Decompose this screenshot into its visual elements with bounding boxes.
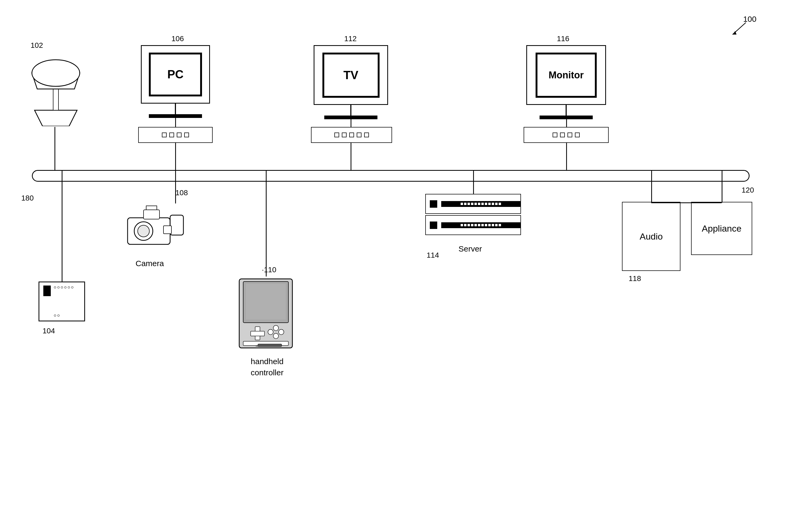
server-label: Server [459, 244, 482, 253]
svg-rect-17 [251, 331, 264, 336]
ref-118-label: 118 [629, 274, 641, 283]
appliance-box: Appliance [691, 202, 752, 255]
monitor-box [524, 127, 609, 143]
ref-104-label: 104 [42, 327, 55, 335]
svg-marker-2 [35, 110, 77, 126]
svg-rect-23 [258, 344, 282, 347]
svg-point-5 [32, 60, 80, 86]
svg-point-21 [268, 329, 273, 335]
svg-point-8 [138, 225, 149, 237]
ref-108-label: 108 [175, 189, 188, 197]
ref-100-arrow [727, 20, 748, 39]
diagram-container: 100 180 102 PC 106 [0, 0, 795, 532]
svg-rect-9 [144, 210, 160, 219]
connector-pc-box [175, 114, 176, 127]
svg-rect-11 [146, 206, 157, 210]
connector-tv-box [351, 116, 351, 127]
pc-104-box [39, 282, 85, 321]
connector-monitor-box [566, 116, 567, 127]
ref-180-label: 180 [21, 194, 34, 203]
camera-label: Camera [135, 259, 164, 268]
server-device [425, 194, 521, 235]
handheld-icon [237, 276, 298, 353]
pc-box [138, 127, 212, 143]
connector-audio-bus [651, 170, 652, 203]
tv-box [311, 127, 392, 143]
ref-114-label: 114 [427, 251, 439, 260]
ref-102-label: 102 [31, 41, 43, 50]
ref-116-label: 116 [557, 35, 569, 43]
svg-point-18 [273, 325, 279, 331]
connector-server-bus [473, 170, 474, 194]
camera-icon [122, 202, 197, 255]
ref-110-label: ·110 [262, 266, 276, 274]
svg-rect-10 [170, 215, 183, 235]
tv-monitor-device: TV [314, 45, 388, 119]
connector-104-bus [62, 170, 62, 282]
connector-appliance-bus [722, 170, 722, 203]
svg-point-20 [273, 333, 279, 339]
connector-102-bus [55, 127, 55, 170]
svg-point-19 [279, 329, 284, 335]
connector-tv-bus [351, 143, 351, 170]
svg-rect-12 [164, 226, 171, 234]
network-bus [32, 170, 750, 182]
audio-box: Audio [622, 202, 681, 271]
ref-120-label: 120 [742, 186, 754, 194]
svg-rect-15 [246, 284, 286, 320]
telephone-icon [26, 52, 85, 126]
connector-audio-appliance-h [651, 203, 722, 203]
svg-rect-3 [53, 89, 58, 110]
connector-monitor-bus [566, 143, 567, 170]
connector-handheld-bus [266, 170, 266, 277]
ref-106-label: 106 [171, 35, 184, 43]
handheld-label: handheld controller [237, 356, 298, 378]
ref-112-label: 112 [344, 35, 357, 43]
connector-pc-bus [175, 143, 176, 170]
connector-camera-bus [175, 170, 176, 204]
pc-monitor-device: PC [141, 45, 210, 118]
monitor-device: Monitor [526, 45, 606, 119]
